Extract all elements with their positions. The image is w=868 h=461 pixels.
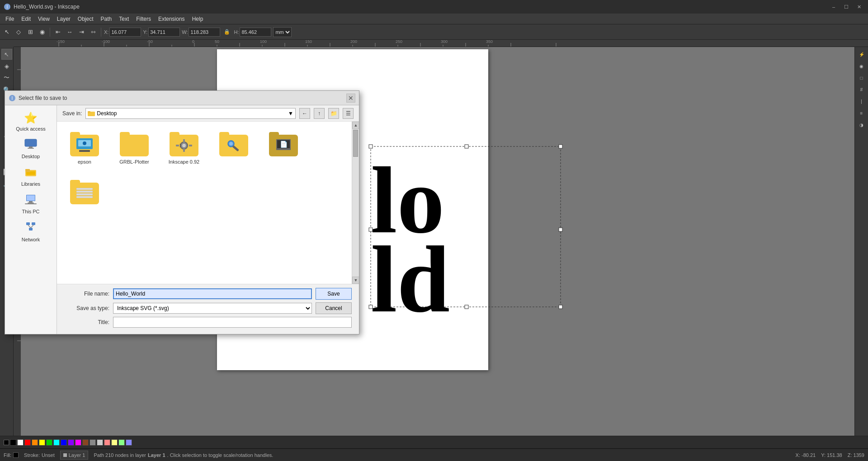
dialog-inkscape-icon: I bbox=[9, 94, 16, 102]
nav-network[interactable]: Network bbox=[7, 219, 55, 245]
filename-row: File name: Save bbox=[64, 288, 352, 300]
window-close-button[interactable]: ✕ bbox=[854, 2, 864, 11]
file-item-files[interactable] bbox=[64, 177, 105, 210]
create-folder-button[interactable]: 📁 bbox=[328, 108, 339, 119]
file-item-tool[interactable] bbox=[213, 129, 254, 168]
snap-nodes[interactable]: ◉ bbox=[856, 61, 867, 71]
node-tool[interactable]: ◈ bbox=[1, 61, 12, 71]
toolbar: ↖ ◇ ⊞ ◉ ⇤ ↔ ⇥ ⇿ X: Y: W: 🔒 H: mm px in bbox=[0, 24, 868, 40]
color-blue[interactable] bbox=[61, 439, 67, 446]
filename-input[interactable] bbox=[113, 288, 312, 299]
color-purple[interactable] bbox=[68, 439, 74, 446]
scrollbar[interactable]: ▲ ▼ bbox=[352, 122, 359, 284]
scroll-down-button[interactable]: ▼ bbox=[352, 277, 359, 284]
color-lyellow[interactable] bbox=[111, 439, 118, 446]
color-cyan[interactable] bbox=[53, 439, 60, 446]
menu-text[interactable]: Text bbox=[115, 15, 132, 23]
nav-back-button[interactable]: ← bbox=[299, 108, 310, 119]
color-orange[interactable] bbox=[32, 439, 38, 446]
menu-extensions[interactable]: Extensions bbox=[155, 15, 189, 23]
color-pink[interactable] bbox=[75, 439, 81, 446]
snap-toggle[interactable]: ⚡ bbox=[856, 49, 867, 60]
distribute-icon[interactable]: ⇿ bbox=[88, 27, 98, 37]
file-item-dark[interactable]: 📄 bbox=[263, 129, 304, 168]
color-lblue[interactable] bbox=[126, 439, 132, 446]
stroke-label: Stroke: bbox=[24, 452, 40, 458]
menu-object[interactable]: Object bbox=[74, 15, 97, 23]
svg-rect-74 bbox=[27, 195, 35, 201]
menu-file[interactable]: File bbox=[2, 15, 18, 23]
x-input[interactable] bbox=[109, 28, 141, 37]
snap-bbox[interactable]: □ bbox=[856, 72, 867, 83]
layer-selector[interactable]: Layer 1 bbox=[60, 451, 89, 460]
scroll-thumb[interactable] bbox=[353, 130, 358, 157]
tweak-tool[interactable]: 〜 bbox=[1, 72, 12, 83]
minimize-button[interactable]: – bbox=[828, 2, 839, 11]
svg-rect-94 bbox=[189, 145, 192, 146]
align-left-icon[interactable]: ⇤ bbox=[53, 27, 63, 37]
save-in-bar: Save in: Desktop ▼ ← ↑ 📁 ☰ bbox=[57, 105, 359, 122]
svg-text:200: 200 bbox=[350, 40, 357, 44]
cancel-button[interactable]: Cancel bbox=[316, 302, 352, 314]
file-item-grbl[interactable]: GRBL-Plotter bbox=[114, 129, 155, 168]
fill-stroke-panel[interactable]: ◑ bbox=[856, 119, 867, 130]
select-tool[interactable]: ↖ bbox=[1, 49, 12, 60]
objects-panel[interactable]: ≡ bbox=[856, 108, 867, 118]
menu-help[interactable]: Help bbox=[189, 15, 207, 23]
color-gray[interactable] bbox=[90, 439, 96, 446]
color-brown[interactable] bbox=[82, 439, 89, 446]
color-black[interactable] bbox=[10, 439, 16, 446]
lock-aspect-icon[interactable]: 🔒 bbox=[222, 27, 232, 37]
unit-select[interactable]: mm px in bbox=[273, 27, 292, 37]
y-input[interactable] bbox=[148, 28, 180, 37]
nav-this-pc-label: This PC bbox=[22, 209, 39, 214]
view-toggle-button[interactable]: ☰ bbox=[343, 108, 354, 119]
snap-icon[interactable]: ◉ bbox=[37, 27, 47, 37]
menu-path[interactable]: Path bbox=[97, 15, 116, 23]
nav-quick-access[interactable]: ⭐ Quick access bbox=[7, 109, 55, 134]
this-pc-icon bbox=[24, 194, 37, 207]
snap-guide[interactable]: | bbox=[856, 96, 867, 107]
color-lgreen[interactable] bbox=[118, 439, 125, 446]
align-right-icon[interactable]: ⇥ bbox=[76, 27, 86, 37]
menu-view[interactable]: View bbox=[34, 15, 53, 23]
snap-grid[interactable]: # bbox=[856, 84, 867, 95]
svg-rect-105 bbox=[76, 196, 93, 198]
nav-up-button[interactable]: ↑ bbox=[314, 108, 325, 119]
menu-edit[interactable]: Edit bbox=[18, 15, 34, 23]
save-button[interactable]: Save bbox=[316, 288, 352, 300]
file-item-inkscape[interactable]: I Inkscape 0.92 bbox=[164, 129, 204, 168]
nav-desktop[interactable]: Desktop bbox=[7, 136, 55, 162]
w-input[interactable] bbox=[189, 28, 220, 37]
color-lred[interactable] bbox=[104, 439, 110, 446]
svg-rect-77 bbox=[25, 203, 37, 204]
svg-rect-57 bbox=[559, 228, 562, 231]
maximize-button[interactable]: ☐ bbox=[841, 2, 852, 11]
color-red[interactable] bbox=[24, 439, 31, 446]
select-tool-icon[interactable]: ↖ bbox=[2, 27, 12, 37]
node-tool-icon[interactable]: ◇ bbox=[14, 27, 24, 37]
dialog-close-button[interactable]: ✕ bbox=[346, 94, 355, 103]
folder-icon-sm bbox=[88, 110, 95, 117]
file-label-inkscape: Inkscape 0.92 bbox=[169, 159, 200, 165]
align-center-icon[interactable]: ↔ bbox=[65, 27, 75, 37]
svg-text:-150: -150 bbox=[57, 40, 65, 44]
svg-text:📄: 📄 bbox=[280, 141, 288, 148]
menu-layer[interactable]: Layer bbox=[53, 15, 74, 23]
toolbar-separator-2 bbox=[101, 28, 101, 37]
menu-filters[interactable]: Filters bbox=[132, 15, 155, 23]
scroll-up-button[interactable]: ▲ bbox=[352, 122, 359, 129]
color-yellow[interactable] bbox=[39, 439, 45, 446]
color-white[interactable] bbox=[17, 439, 24, 446]
save-in-dropdown[interactable]: Desktop ▼ bbox=[85, 108, 296, 119]
h-input[interactable] bbox=[240, 28, 271, 37]
title-input[interactable] bbox=[113, 317, 352, 328]
color-lgray[interactable] bbox=[97, 439, 103, 446]
nav-desktop-label: Desktop bbox=[22, 154, 40, 159]
zoom-tool-icon[interactable]: ⊞ bbox=[25, 27, 35, 37]
nav-this-pc[interactable]: This PC bbox=[7, 191, 55, 217]
savetype-select[interactable]: Inkscape SVG (*.svg) Plain SVG (*.svg) P… bbox=[113, 303, 312, 314]
file-item-epson[interactable]: epson bbox=[64, 129, 105, 168]
nav-libraries[interactable]: Libraries bbox=[7, 164, 55, 189]
color-green[interactable] bbox=[46, 439, 52, 446]
